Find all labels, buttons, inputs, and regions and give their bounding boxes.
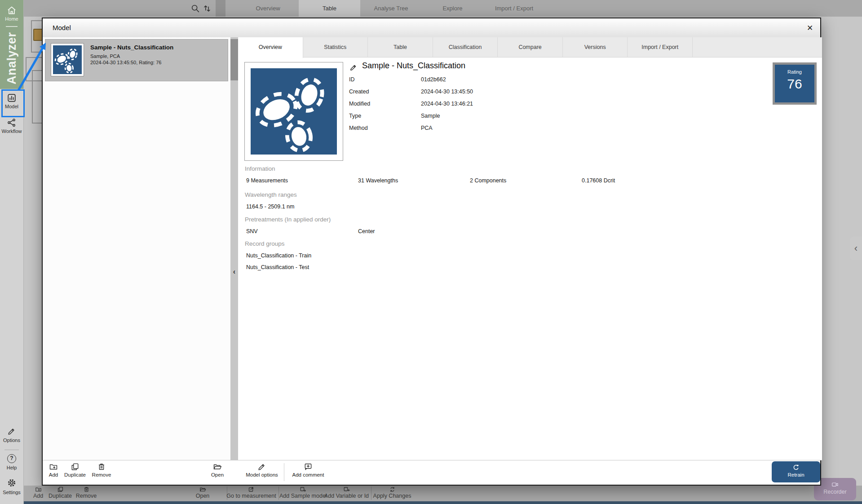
gear-icon (7, 478, 17, 488)
copy-icon (57, 486, 64, 493)
pencil-icon (7, 427, 16, 436)
tab-import-export[interactable]: Import / Export (483, 0, 545, 17)
record-group-row: Nuts_Classification - Test (246, 264, 309, 270)
field-label: ID (349, 76, 355, 83)
sort-icon[interactable] (202, 4, 212, 13)
wavelength-range: 1164.5 - 2509.1 nm (246, 203, 294, 210)
toolbar-go-to-measurement-button[interactable]: Go to measurement (225, 486, 277, 499)
app-brand: Analyzer (0, 30, 23, 87)
field-value: 2024-04-30 13:45:50 (421, 88, 473, 95)
detail-tab-compare[interactable]: Compare (498, 37, 563, 57)
model-dialog: Model ✕ Sample - Nuts_Classification Sam… (42, 18, 821, 486)
info-components: 2 Components (470, 177, 506, 184)
workflow-icon (7, 118, 17, 128)
toolbar-divider (278, 486, 279, 500)
section-header-wavelength: Wavelength ranges (245, 191, 297, 198)
toolbar-duplicate-button[interactable]: Duplicate (48, 486, 72, 499)
top-bar: Overview Table Analyse Tree Explore Impo… (23, 0, 862, 17)
detail-tab-table[interactable]: Table (368, 37, 433, 57)
search-icon[interactable] (190, 4, 200, 13)
add-comment-button[interactable]: Add comment (290, 462, 326, 477)
toolbar-open-button[interactable]: Open (193, 486, 212, 499)
model-detail-area: Overview Statistics Table Classification… (238, 37, 822, 460)
section-header-pretreatments: Pretreatments (In applied order) (245, 216, 331, 223)
detail-tab-import-export[interactable]: Import / Export (628, 37, 693, 57)
section-header-information: Information (245, 165, 275, 172)
detail-tab-classification[interactable]: Classification (433, 37, 498, 57)
side-panel-handle[interactable]: ‹ (850, 237, 862, 260)
toolbar-add-sample-model-button[interactable]: Add Sample model (279, 486, 327, 499)
home-icon (6, 5, 17, 16)
collapse-panel-button[interactable]: ‹ (230, 266, 238, 277)
field-value: Sample (421, 113, 440, 119)
chevron-left-icon: ‹ (854, 243, 858, 254)
info-measurements: 9 Measurements (246, 177, 288, 184)
list-scrollbar[interactable]: ‹ (230, 37, 238, 460)
sidebar-brand-section: Home Analyzer (0, 0, 23, 89)
go-to-icon (248, 486, 255, 493)
toolbar-apply-changes-button[interactable]: Apply Changes (372, 486, 412, 499)
model-item-title: Sample - Nuts_Classification (90, 44, 173, 51)
list-add-button[interactable]: Add (44, 462, 63, 477)
field-value: 01d2b662 (421, 76, 446, 83)
dialog-title-bar: Model (43, 18, 820, 38)
rating-label: Rating (775, 69, 814, 75)
detail-tab-overview[interactable]: Overview (238, 37, 303, 58)
chevron-left-icon: ‹ (233, 268, 235, 276)
comment-plus-icon (304, 462, 313, 471)
model-item-subtitle: Sample, PCA (90, 53, 120, 59)
info-dcrit: 0.17608 Dcrit (582, 177, 615, 184)
toolbar-remove-button[interactable]: Remove (74, 486, 98, 499)
footer-divider (43, 460, 822, 460)
list-duplicate-button[interactable]: Duplicate (62, 462, 88, 477)
model-thumbnail (51, 43, 84, 76)
bottom-toolbar: Add Duplicate Remove Open Go to measurem… (23, 486, 862, 501)
rating-badge: Rating 76 (773, 62, 817, 105)
model-selection-highlight (1, 89, 25, 117)
open-folder-icon (213, 462, 222, 471)
model-options-button[interactable]: Model options (244, 462, 280, 477)
refresh-icon (792, 464, 800, 472)
sidebar-item-home[interactable]: Home (0, 16, 23, 22)
dialog-title: Model (53, 18, 71, 37)
add-sample-model-icon (300, 486, 306, 493)
model-large-thumbnail (244, 62, 343, 161)
list-remove-button[interactable]: Remove (89, 462, 114, 477)
camera-icon (831, 481, 840, 488)
retrain-button[interactable]: Retrain (772, 461, 820, 482)
model-title: Sample - Nuts_Classification (362, 61, 465, 71)
detail-tab-versions[interactable]: Versions (563, 37, 628, 57)
folder-plus-icon (49, 462, 58, 471)
tab-table[interactable]: Table (299, 0, 360, 17)
toolbar-divider (371, 486, 371, 500)
edit-title-icon[interactable] (349, 63, 358, 71)
open-folder-icon (199, 486, 206, 493)
close-icon[interactable]: ✕ (804, 22, 816, 34)
footer-vertical-divider (284, 463, 284, 481)
tab-analyse-tree[interactable]: Analyse Tree (360, 0, 422, 17)
scrollbar-thumb[interactable] (230, 39, 238, 80)
detail-tab-statistics[interactable]: Statistics (303, 37, 368, 57)
model-list: Sample - Nuts_Classification Sample, PCA… (43, 37, 230, 460)
tab-explore[interactable]: Explore (422, 0, 483, 17)
rating-value: 76 (775, 76, 814, 92)
field-label: Modified (349, 101, 370, 107)
field-label: Method (349, 125, 368, 131)
list-open-button[interactable]: Open (208, 462, 227, 477)
pencil-icon (257, 462, 266, 471)
field-label: Type (349, 113, 361, 119)
toolbar-add-button[interactable]: Add (29, 486, 47, 499)
trash-icon (97, 462, 106, 471)
toolbar-add-variable-button[interactable]: Add Variable or Id (323, 486, 370, 499)
app-screen: Overview Table Analyse Tree Explore Impo… (0, 0, 862, 504)
pretreatment-item: SNV (246, 228, 258, 234)
pretreatment-item: Center (358, 228, 375, 234)
sidebar-divider (6, 26, 18, 27)
topbar-divider (216, 0, 225, 17)
tab-overview[interactable]: Overview (237, 0, 299, 17)
info-wavelengths: 31 Wavelengths (358, 177, 398, 184)
copy-icon (71, 462, 80, 471)
field-label: Created (349, 88, 369, 95)
model-list-item[interactable]: Sample - Nuts_Classification Sample, PCA… (45, 39, 228, 81)
field-value: PCA (421, 125, 433, 131)
